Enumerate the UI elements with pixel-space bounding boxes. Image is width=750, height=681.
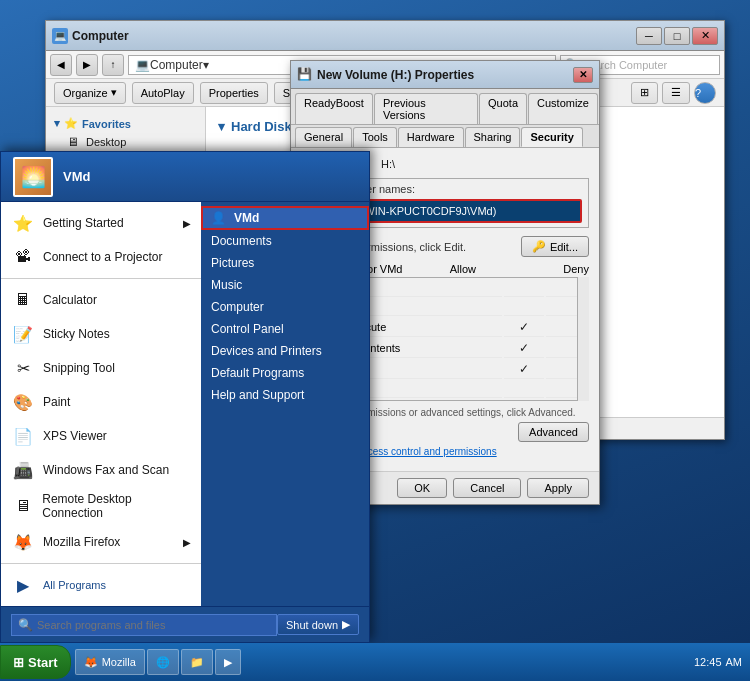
minimize-button[interactable]: ─ bbox=[636, 27, 662, 45]
tab-tools[interactable]: Tools bbox=[353, 127, 397, 147]
start-right-devices[interactable]: Devices and Printers bbox=[201, 340, 369, 362]
perm-full-allow bbox=[504, 280, 544, 297]
start-item-projector[interactable]: 📽 Connect to a Projector bbox=[1, 240, 201, 274]
start-label: Start bbox=[28, 655, 58, 670]
apply-button[interactable]: Apply bbox=[527, 478, 589, 498]
explorer-title: Computer bbox=[72, 29, 636, 43]
permissions-scrollbar[interactable] bbox=[577, 277, 589, 401]
perm-modify-allow bbox=[504, 299, 544, 316]
start-button[interactable]: ⊞ Start bbox=[0, 645, 71, 679]
start-item-paint[interactable]: 🎨 Paint bbox=[1, 385, 201, 419]
all-programs-arrow-icon: ▶ bbox=[11, 573, 35, 597]
vmd-label: VMd bbox=[234, 211, 259, 225]
view-details-button[interactable]: ☰ bbox=[662, 82, 690, 104]
back-button[interactable]: ◀ bbox=[50, 54, 72, 76]
help-button[interactable]: ? bbox=[694, 82, 716, 104]
maximize-button[interactable]: □ bbox=[664, 27, 690, 45]
cancel-button[interactable]: Cancel bbox=[453, 478, 521, 498]
taskbar-task-media[interactable]: ▶ bbox=[215, 649, 241, 675]
edit-button[interactable]: 🔑 Edit... bbox=[521, 236, 589, 257]
autoplay-button[interactable]: AutoPlay bbox=[132, 82, 194, 104]
start-menu-body: ⭐ Getting Started ▶ 📽 Connect to a Proje… bbox=[1, 202, 369, 606]
tray-time: 12:45 bbox=[694, 656, 722, 668]
dialog-close-button[interactable]: ✕ bbox=[573, 67, 593, 83]
start-documents-label: Documents bbox=[211, 234, 272, 248]
shutdown-button[interactable]: Shut down ▶ bbox=[277, 614, 359, 635]
deny-label: Deny bbox=[563, 263, 589, 275]
remote-desktop-label: Remote Desktop Connection bbox=[42, 492, 191, 520]
explorer-titlebar: 💻 Computer ─ □ ✕ bbox=[46, 21, 724, 51]
getting-started-label: Getting Started bbox=[43, 216, 124, 230]
dialog-titlebar: 💾 New Volume (H:) Properties ✕ bbox=[291, 61, 599, 89]
search-bar-icon: 🔍 bbox=[18, 618, 33, 632]
desktop: 💻 Computer ─ □ ✕ ◀ ▶ ↑ 💻 Computer ▾ 🔍 Se… bbox=[0, 0, 750, 681]
dialog-tabs: ReadyBoost Previous Versions Quota Custo… bbox=[291, 89, 599, 125]
start-item-snipping[interactable]: ✂ Snipping Tool bbox=[1, 351, 201, 385]
calculator-icon: 🖩 bbox=[11, 288, 35, 312]
start-username: VMd bbox=[63, 169, 90, 184]
allow-label: Allow bbox=[450, 263, 476, 275]
taskbar-task-explorer[interactable]: 📁 bbox=[181, 649, 213, 675]
start-right-computer[interactable]: Computer bbox=[201, 296, 369, 318]
tab-readyboost[interactable]: ReadyBoost bbox=[295, 93, 373, 124]
ok-button[interactable]: OK bbox=[397, 478, 447, 498]
dialog-title: New Volume (H:) Properties bbox=[317, 68, 573, 82]
paint-label: Paint bbox=[43, 395, 70, 409]
forward-button[interactable]: ▶ bbox=[76, 54, 98, 76]
view-options: ⊞ ☰ ? bbox=[631, 82, 716, 104]
close-button[interactable]: ✕ bbox=[692, 27, 718, 45]
edit-icon: 🔑 bbox=[532, 240, 546, 253]
shutdown-label: Shut down bbox=[286, 619, 338, 631]
tab-customize[interactable]: Customize bbox=[528, 93, 598, 124]
view-toggle-button[interactable]: ⊞ bbox=[631, 82, 658, 104]
start-item-remote-desktop[interactable]: 🖥 Remote Desktop Connection bbox=[1, 487, 201, 525]
tab-sharing[interactable]: Sharing bbox=[465, 127, 521, 147]
xps-icon: 📄 bbox=[11, 424, 35, 448]
properties-button[interactable]: Properties bbox=[200, 82, 268, 104]
snipping-icon: ✂ bbox=[11, 356, 35, 380]
start-divider-1 bbox=[1, 278, 201, 279]
start-item-getting-started[interactable]: ⭐ Getting Started ▶ bbox=[1, 206, 201, 240]
start-right-default-programs[interactable]: Default Programs bbox=[201, 362, 369, 384]
start-item-fax-scan[interactable]: 📠 Windows Fax and Scan bbox=[1, 453, 201, 487]
sticky-notes-label: Sticky Notes bbox=[43, 327, 110, 341]
up-button[interactable]: ↑ bbox=[102, 54, 124, 76]
tab-quota[interactable]: Quota bbox=[479, 93, 527, 124]
start-item-xps[interactable]: 📄 XPS Viewer bbox=[1, 419, 201, 453]
start-music-label: Music bbox=[211, 278, 242, 292]
start-right-vmd[interactable]: 👤 VMd bbox=[201, 206, 369, 230]
fax-scan-icon: 📠 bbox=[11, 458, 35, 482]
start-item-all-programs[interactable]: ▶ All Programs bbox=[1, 568, 201, 602]
firefox-icon: 🦊 bbox=[11, 530, 35, 554]
start-item-sticky-notes[interactable]: 📝 Sticky Notes bbox=[1, 317, 201, 351]
fax-scan-label: Windows Fax and Scan bbox=[43, 463, 169, 477]
sidebar-item-desktop[interactable]: 🖥 Desktop bbox=[46, 132, 205, 152]
tab-previous-versions[interactable]: Previous Versions bbox=[374, 93, 478, 124]
taskbar-task-ie[interactable]: 🌐 bbox=[147, 649, 179, 675]
perm-list-allow: ✓ bbox=[504, 339, 544, 358]
firefox-label: Mozilla Firefox bbox=[43, 535, 120, 549]
start-right-control-panel[interactable]: Control Panel bbox=[201, 318, 369, 340]
start-right-pictures[interactable]: Pictures bbox=[201, 252, 369, 274]
taskbar-task-firefox[interactable]: 🦊 Mozilla bbox=[75, 649, 145, 675]
taskbar-media-icon: ▶ bbox=[224, 656, 232, 669]
start-control-panel-label: Control Panel bbox=[211, 322, 284, 336]
start-right-documents[interactable]: Documents bbox=[201, 230, 369, 252]
search-bar[interactable]: 🔍 bbox=[11, 614, 277, 636]
advanced-button[interactable]: Advanced bbox=[518, 422, 589, 442]
start-item-firefox[interactable]: 🦊 Mozilla Firefox ▶ bbox=[1, 525, 201, 559]
start-right-music[interactable]: Music bbox=[201, 274, 369, 296]
snipping-label: Snipping Tool bbox=[43, 361, 115, 375]
organize-button[interactable]: Organize ▾ bbox=[54, 82, 126, 104]
start-right-help[interactable]: Help and Support bbox=[201, 384, 369, 406]
tab-hardware[interactable]: Hardware bbox=[398, 127, 464, 147]
dialog-icon: 💾 bbox=[297, 67, 313, 83]
titlebar-buttons: ─ □ ✕ bbox=[636, 27, 718, 45]
tab-security[interactable]: Security bbox=[521, 127, 582, 147]
tab-general[interactable]: General bbox=[295, 127, 352, 147]
edit-label: Edit... bbox=[550, 241, 578, 253]
start-right-panel: 👤 VMd Documents Pictures Music Computer … bbox=[201, 202, 369, 606]
start-item-calculator[interactable]: 🖩 Calculator bbox=[1, 283, 201, 317]
search-programs-input[interactable] bbox=[37, 619, 270, 631]
favorites-icon: ⭐ bbox=[64, 117, 78, 130]
